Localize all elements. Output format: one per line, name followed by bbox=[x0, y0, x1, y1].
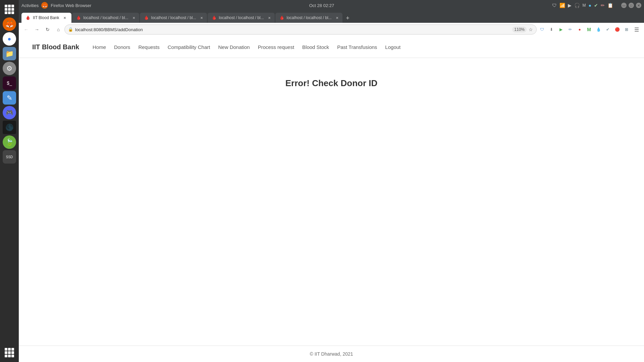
bookmark-icon[interactable]: ☆ bbox=[529, 27, 533, 32]
browser-tab-2[interactable]: 🩸 localhost / localhost / bl... ✕ bbox=[72, 13, 139, 23]
ext-icon-shield[interactable]: 🛡 bbox=[538, 25, 546, 34]
sys-icon-circle: ● bbox=[589, 3, 591, 8]
sys-icon-check: ✔ bbox=[594, 3, 598, 8]
ext-icon-download[interactable]: ⬇ bbox=[547, 25, 555, 34]
title-bar: Activities 🦊 Firefox Web Browser Oct 28 … bbox=[19, 0, 644, 11]
site-nav: IIT Blood Bank Home Donors Requests Comp… bbox=[19, 36, 644, 58]
new-tab-button[interactable]: + bbox=[343, 13, 353, 23]
browser-tab-2-label: localhost / localhost / bl... bbox=[84, 15, 128, 20]
nav-link-home[interactable]: Home bbox=[93, 44, 106, 50]
address-text: localhost:8080/BBMS/addDonation bbox=[75, 27, 510, 32]
ext-icon-play2[interactable]: ▶ bbox=[557, 25, 565, 34]
sys-icon-play: ▶ bbox=[568, 3, 572, 8]
nav-bar: ← → ↻ ⌂ 🔒 localhost:8080/BBMS/addDonatio… bbox=[19, 23, 644, 36]
site-brand: IIT Blood Bank bbox=[32, 43, 79, 51]
site-nav-links: Home Donors Requests Compatibility Chart… bbox=[93, 44, 400, 50]
browser-tab-5[interactable]: 🩸 localhost / localhost / bl... ✕ bbox=[275, 13, 342, 23]
sys-icon-clipboard: 📋 bbox=[607, 3, 613, 8]
taskbar-icon-gedit[interactable]: ✎ bbox=[3, 91, 16, 105]
taskbar-show-apps[interactable] bbox=[3, 346, 16, 359]
browser-window: Activities 🦊 Firefox Web Browser Oct 28 … bbox=[19, 0, 644, 362]
sys-icon-m: M bbox=[583, 3, 586, 8]
window-close[interactable]: ✕ bbox=[636, 3, 641, 8]
page-content: Error! Check Donor ID bbox=[19, 58, 644, 346]
browser-tab-4-close[interactable]: ✕ bbox=[267, 15, 272, 20]
home-button[interactable]: ⌂ bbox=[54, 25, 63, 34]
taskbar-icon-firefox[interactable]: 🦊 bbox=[3, 17, 16, 31]
reload-button[interactable]: ↻ bbox=[43, 25, 52, 34]
site-footer: © IIT Dharwad, 2021 bbox=[19, 346, 644, 362]
taskbar-icon-ssd[interactable]: SSD bbox=[3, 150, 16, 164]
firefox-logo-icon: 🦊 bbox=[41, 2, 48, 9]
tab-bar: 🩸 IIT Blood Bank ✕ 🩸 localhost / localho… bbox=[19, 11, 644, 23]
nav-link-compatibility-chart[interactable]: Compatibility Chart bbox=[168, 44, 210, 50]
browser-tab-1-label: IIT Blood Bank bbox=[33, 15, 59, 20]
ext-icon-check2[interactable]: ✔ bbox=[604, 25, 612, 34]
nav-link-requests[interactable]: Requests bbox=[138, 44, 159, 50]
ext-icon-drop[interactable]: 💧 bbox=[594, 25, 602, 34]
ext-icon-table[interactable]: ⊞ bbox=[623, 25, 631, 34]
back-button[interactable]: ← bbox=[21, 25, 31, 34]
sys-tray-icons: 🛡 📶 ▶ 🎧 M ● ✔ ✏ 📋 bbox=[552, 3, 613, 8]
taskbar-icon-spring[interactable]: 🍃 bbox=[3, 135, 16, 149]
title-bar-right: 🛡 📶 ▶ 🎧 M ● ✔ ✏ 📋 — □ ✕ bbox=[552, 3, 641, 8]
taskbar-icon-discord[interactable]: 🎮 bbox=[3, 106, 16, 119]
address-bar[interactable]: 🔒 localhost:8080/BBMS/addDonation 110% ☆ bbox=[64, 24, 537, 35]
webpage: IIT Blood Bank Home Donors Requests Comp… bbox=[19, 36, 644, 362]
nav-link-logout[interactable]: Logout bbox=[385, 44, 400, 50]
ext-icon-red2[interactable]: 🔴 bbox=[613, 25, 621, 34]
sys-icon-headphone: 🎧 bbox=[574, 3, 580, 8]
taskbar-icon-settings[interactable]: ⚙ bbox=[3, 62, 16, 75]
tab-favicon-2: 🩸 bbox=[76, 15, 81, 20]
taskbar-icon-chrome[interactable]: ● bbox=[3, 32, 16, 46]
browser-app-name: Firefox Web Browser bbox=[51, 3, 91, 8]
zoom-level[interactable]: 110% bbox=[512, 26, 527, 33]
browser-tab-2-close[interactable]: ✕ bbox=[131, 15, 137, 20]
browser-tab-1-close[interactable]: ✕ bbox=[62, 15, 67, 20]
taskbar-icon-terminal[interactable]: $_ bbox=[3, 76, 16, 90]
window-maximize[interactable]: □ bbox=[629, 3, 634, 8]
browser-menu-button[interactable]: ☰ bbox=[632, 25, 641, 34]
browser-tab-3-close[interactable]: ✕ bbox=[199, 15, 204, 20]
lock-icon: 🔒 bbox=[68, 27, 73, 32]
taskbar-icon-darktable[interactable]: 🌑 bbox=[3, 121, 16, 134]
taskbar-activities[interactable] bbox=[3, 3, 16, 16]
browser-tab-3[interactable]: 🩸 localhost / localhost / bl... ✕ bbox=[140, 13, 207, 23]
tab-favicon-1: 🩸 bbox=[25, 15, 30, 20]
browser-tab-5-close[interactable]: ✕ bbox=[334, 15, 340, 20]
browser-tab-1[interactable]: 🩸 IIT Blood Bank ✕ bbox=[21, 13, 71, 23]
error-message: Error! Check Donor ID bbox=[285, 78, 378, 88]
nav-link-new-donation[interactable]: New Donation bbox=[218, 44, 250, 50]
window-minimize[interactable]: — bbox=[621, 3, 627, 8]
ext-icon-red[interactable]: ● bbox=[576, 25, 584, 34]
title-bar-datetime: Oct 28 02:27 bbox=[309, 3, 334, 8]
forward-button[interactable]: → bbox=[32, 25, 42, 34]
browser-tab-5-label: localhost / localhost / bl... bbox=[287, 15, 332, 20]
sys-icon-shield: 🛡 bbox=[552, 3, 557, 8]
browser-chrome: Activities 🦊 Firefox Web Browser Oct 28 … bbox=[19, 0, 644, 36]
tab-favicon-3: 🩸 bbox=[144, 15, 149, 20]
nav-link-past-transfusions[interactable]: Past Transfusions bbox=[337, 44, 377, 50]
ext-icon-m2[interactable]: M bbox=[585, 25, 593, 34]
taskbar-icon-files[interactable]: 📁 bbox=[3, 47, 16, 60]
title-bar-left: Activities 🦊 Firefox Web Browser bbox=[21, 2, 91, 9]
nav-link-blood-stock[interactable]: Blood Stock bbox=[302, 44, 329, 50]
nav-link-process-request[interactable]: Process request bbox=[258, 44, 294, 50]
browser-tab-4[interactable]: 🩸 localhost / localhost / bl... ✕ bbox=[208, 13, 275, 23]
tab-favicon-5: 🩸 bbox=[279, 15, 284, 20]
sys-icon-network: 📶 bbox=[559, 3, 565, 8]
taskbar: 🦊 ● 📁 ⚙ $_ ✎ 🎮 🌑 🍃 SSD bbox=[0, 0, 19, 362]
nav-link-donors[interactable]: Donors bbox=[114, 44, 130, 50]
browser-tab-3-label: localhost / localhost / bl... bbox=[151, 15, 196, 20]
tab-favicon-4: 🩸 bbox=[212, 15, 216, 20]
ext-icon-edit[interactable]: ✏ bbox=[566, 25, 574, 34]
footer-text: © IIT Dharwad, 2021 bbox=[310, 351, 353, 357]
sys-icon-pen: ✏ bbox=[601, 3, 605, 8]
activities-button[interactable]: Activities bbox=[21, 3, 39, 8]
browser-tab-4-label: localhost / localhost / bl... bbox=[219, 15, 264, 20]
nav-extensions: 🛡 ⬇ ▶ ✏ ● M 💧 ✔ 🔴 ⊞ bbox=[538, 25, 631, 34]
